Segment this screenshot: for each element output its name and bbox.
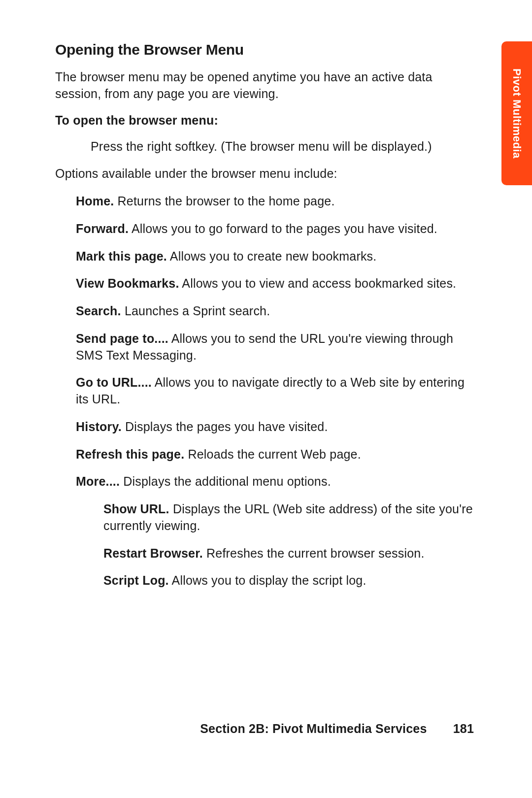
option-item: More.... Displays the additional menu op… <box>76 473 473 490</box>
option-desc: Displays the additional menu options. <box>120 474 331 488</box>
sub-option-item: Script Log. Allows you to display the sc… <box>103 572 473 589</box>
instruction-step: Press the right softkey. (The browser me… <box>55 138 473 155</box>
option-desc: Reloads the current Web page. <box>184 447 361 461</box>
subheading: To open the browser menu: <box>55 113 473 128</box>
sub-option-name: Restart Browser. <box>103 546 203 560</box>
option-item: Home. Returns the browser to the home pa… <box>76 193 473 210</box>
option-desc: Allows you to create new bookmarks. <box>167 249 376 263</box>
option-name: Refresh this page. <box>76 447 184 461</box>
option-item: Send page to.... Allows you to send the … <box>76 331 473 364</box>
sub-option-item: Show URL. Displays the URL (Web site add… <box>103 501 473 534</box>
option-desc: Displays the pages you have visited. <box>122 420 328 433</box>
page-footer: Section 2B: Pivot Multimedia Services 18… <box>200 722 474 736</box>
option-desc: Allows you to go forward to the pages yo… <box>129 222 437 235</box>
option-item: Refresh this page. Reloads the current W… <box>76 446 473 463</box>
page-heading: Opening the Browser Menu <box>55 41 473 58</box>
option-desc: Returns the browser to the home page. <box>114 194 334 208</box>
option-name: Forward. <box>76 222 129 235</box>
section-side-tab: Pivot Multimedia <box>501 41 532 185</box>
intro-paragraph: The browser menu may be opened anytime y… <box>55 69 473 102</box>
options-list: Home. Returns the browser to the home pa… <box>55 193 473 589</box>
sub-option-desc: Allows you to display the script log. <box>169 573 366 587</box>
options-lead: Options available under the browser menu… <box>55 166 473 182</box>
option-name: Go to URL.... <box>76 375 152 389</box>
option-desc: Launches a Sprint search. <box>121 304 270 318</box>
option-name: Send page to.... <box>76 332 168 345</box>
option-name: More.... <box>76 474 120 488</box>
sub-option-item: Restart Browser. Refreshes the current b… <box>103 545 473 562</box>
side-tab-label: Pivot Multimedia <box>510 68 523 159</box>
option-item: History. Displays the pages you have vis… <box>76 419 473 435</box>
page-number: 181 <box>453 722 474 735</box>
option-name: Home. <box>76 194 114 208</box>
option-desc: Allows you to view and access bookmarked… <box>179 276 457 290</box>
sub-option-name: Script Log. <box>103 573 169 587</box>
option-name: Search. <box>76 304 121 318</box>
option-item: Forward. Allows you to go forward to the… <box>76 221 473 237</box>
more-sublist: Show URL. Displays the URL (Web site add… <box>76 501 473 589</box>
footer-section-label: Section 2B: Pivot Multimedia Services <box>200 722 427 735</box>
option-item: View Bookmarks. Allows you to view and a… <box>76 275 473 292</box>
option-name: History. <box>76 420 122 433</box>
sub-option-name: Show URL. <box>103 502 169 516</box>
option-name: View Bookmarks. <box>76 276 179 290</box>
option-name: Mark this page. <box>76 249 167 263</box>
option-item: Go to URL.... Allows you to navigate dir… <box>76 374 473 408</box>
sub-option-desc: Refreshes the current browser session. <box>203 546 425 560</box>
option-item: Mark this page. Allows you to create new… <box>76 248 473 265</box>
option-item: Search. Launches a Sprint search. <box>76 303 473 320</box>
page: Pivot Multimedia Opening the Browser Men… <box>0 0 532 798</box>
